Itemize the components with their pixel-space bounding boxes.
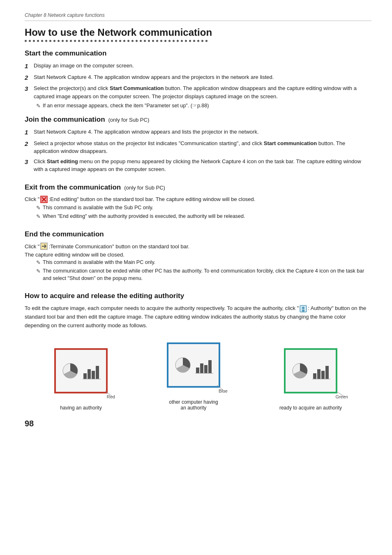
step-start-3: 3 Select the projector(s) and click Star…: [25, 84, 371, 100]
image-blue-authority: Blue other computer havingan authority: [167, 342, 220, 411]
pie-chart-green: [291, 362, 309, 380]
note-end-1: ✎ This command is available with the Mai…: [36, 259, 371, 266]
section-title-start: Start the communication: [25, 49, 371, 58]
authority-images-row: Red having an authority: [25, 342, 371, 411]
arrow-line-green: [336, 391, 346, 398]
section-heading-join: Join the communication(only for Sub PC): [25, 116, 371, 124]
step-start-1: 1 Display an image on the computer scree…: [25, 62, 371, 71]
svg-point-8: [302, 307, 304, 309]
note-exit-1: ✎ This command is available with the Sub…: [36, 204, 371, 212]
arrow-line-blue: [217, 385, 225, 392]
section-join-communication: Join the communication(only for Sub PC) …: [25, 116, 371, 173]
page-number: 98: [25, 419, 371, 428]
section-title-acquire: How to acquire and release the editing a…: [25, 292, 371, 300]
svg-line-30: [336, 391, 345, 397]
title-decoration: [25, 40, 371, 42]
window-red: Red: [54, 348, 108, 393]
step-join-1: 1 Start Network Capture 4. The applicati…: [25, 128, 371, 137]
note-start: ✎ If an error message appears, check the…: [36, 102, 371, 110]
arrow-line-red: [105, 391, 113, 398]
svg-line-16: [105, 391, 113, 397]
window-blue: Blue: [167, 342, 220, 388]
image-red-authority: Red having an authority: [54, 348, 108, 411]
bar-chart-blue: [195, 356, 213, 374]
svg-rect-28: [325, 366, 329, 379]
note-end-2: ✎ The communication cannot be ended whil…: [36, 268, 371, 282]
section-subtitle-join: (only for Sub PC): [108, 117, 150, 123]
svg-rect-27: [321, 371, 325, 379]
section-heading-exit: Exit from the communication(only for Sub…: [25, 183, 371, 192]
window-green: Green: [284, 348, 337, 393]
section-exit-communication: Exit from the communication(only for Sub…: [25, 183, 371, 220]
page-title: How to use the Network communication: [25, 27, 371, 38]
authority-icon: [300, 305, 307, 312]
caption-blue: other computer havingan authority: [169, 399, 218, 411]
pie-chart-blue: [174, 356, 192, 374]
svg-rect-25: [313, 373, 316, 379]
section-start-communication: Start the communication 1 Display an ima…: [25, 49, 371, 110]
chapter-label: Chapter 8 Network capture functions: [25, 12, 371, 18]
svg-rect-21: [208, 360, 212, 373]
svg-rect-9: [302, 310, 304, 312]
image-green-authority: Green ready to acquire an authority: [279, 348, 342, 411]
svg-rect-20: [204, 365, 208, 373]
section-title-join: Join the communication: [25, 116, 105, 123]
caption-green: ready to acquire an authority: [279, 405, 342, 411]
pie-chart-red: [61, 362, 79, 380]
svg-rect-19: [200, 363, 203, 373]
section-acquire-authority: How to acquire and release the editing a…: [25, 292, 371, 410]
bar-chart-green: [312, 362, 330, 380]
step-join-2: 2 Select a projector whose status on the…: [25, 139, 371, 155]
exit-click-text: Click " :End editing" button on the stan…: [25, 196, 371, 203]
svg-rect-18: [196, 368, 199, 373]
svg-rect-12: [88, 369, 91, 379]
section-title-exit: Exit from the communication: [25, 183, 121, 191]
svg-rect-11: [83, 373, 87, 379]
step-start-2: 2 Start Network Capture 4. The applicati…: [25, 73, 371, 83]
note-exit-2: ✎ When "End editing" with the authority …: [36, 213, 371, 220]
svg-line-23: [217, 385, 224, 391]
section-end-communication: End the communication Click " :Terminate…: [25, 230, 371, 282]
terminate-comm-icon: [40, 243, 48, 250]
end-click-text: Click " :Terminate Communication" button…: [25, 243, 371, 250]
step-join-3: 3 Click Start editing menu on the popup …: [25, 157, 371, 173]
svg-rect-13: [92, 371, 95, 379]
caption-red: having an authority: [60, 405, 101, 411]
svg-rect-26: [317, 369, 321, 379]
acquire-body: To edit the capture image, each computer…: [25, 304, 371, 330]
end-editing-icon: [40, 196, 48, 203]
bar-chart-red: [83, 362, 101, 380]
section-subtitle-exit: (only for Sub PC): [124, 185, 165, 191]
svg-rect-14: [96, 366, 99, 379]
end-line2: The capture editing window will be close…: [25, 252, 371, 258]
section-title-end: End the communication: [25, 230, 371, 238]
